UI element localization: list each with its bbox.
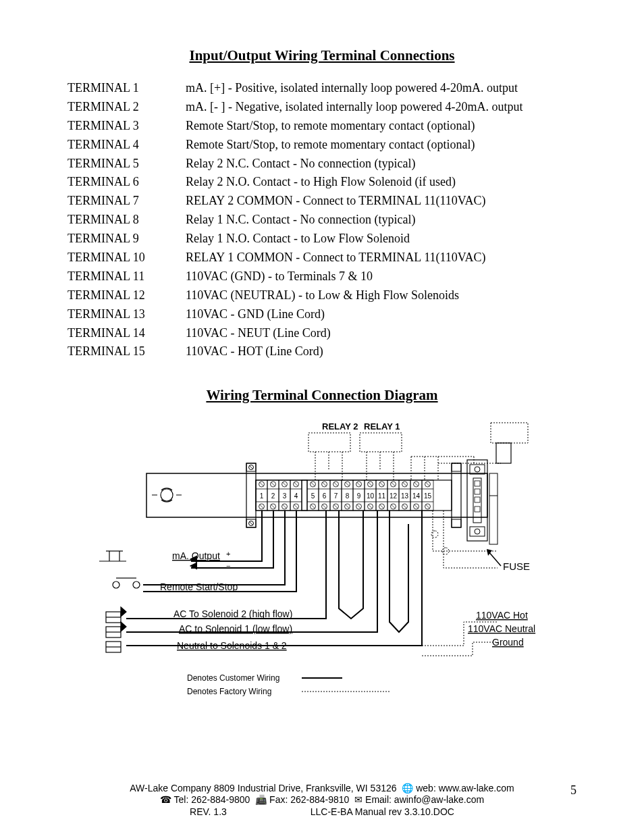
section-title-diagram: Wiring Terminal Connection Diagram	[68, 387, 576, 404]
terminal-desc: RELAY 2 COMMON - Connect to TERMINAL 11(…	[186, 192, 576, 211]
terminal-desc: Relay 2 N.O. Contact - to High Flow Sole…	[186, 173, 576, 192]
svg-line-58	[311, 482, 315, 486]
svg-line-88	[357, 504, 361, 509]
terminal-label: TERMINAL 13	[68, 305, 186, 324]
terminal-label: TERMINAL 1	[68, 79, 186, 98]
legend-factory-label: Denotes Factory Wiring	[187, 687, 271, 696]
hot-label: 110VAC Hot	[476, 610, 528, 621]
terminal-label: TERMINAL 6	[68, 173, 186, 192]
svg-rect-15	[470, 465, 485, 474]
fuse-label: FUSE	[503, 561, 530, 572]
neutral-solenoids-label: Neutral to Solenoids 1 & 2	[177, 640, 287, 651]
svg-line-32	[260, 504, 264, 509]
terminal-row: TERMINAL 14110VAC - NEUT (Line Cord)	[68, 324, 576, 343]
terminal-desc: RELAY 1 COMMON - Connect to TERMINAL 11(…	[186, 249, 576, 267]
terminal-desc: 110VAC (GND) - to Terminals 7 & 10	[186, 267, 576, 286]
terminal-number: 1	[260, 492, 264, 500]
svg-rect-13	[452, 519, 461, 527]
terminal-label: TERMINAL 4	[68, 136, 186, 155]
svg-line-67	[323, 504, 327, 509]
terminal-number: 5	[311, 492, 315, 500]
terminal-desc: Relay 2 N.C. Contact - No connection (ty…	[186, 155, 576, 174]
ac-solenoid2-label: AC To Solenoid 2 (high flow)	[173, 608, 292, 619]
svg-rect-24	[491, 423, 528, 443]
relay2-label: RELAY 2	[322, 421, 358, 432]
svg-line-79	[346, 482, 350, 486]
svg-line-46	[283, 504, 287, 509]
terminal-row: TERMINAL 2mA. [- ] - Negative, isolated …	[68, 98, 576, 117]
svg-point-22	[475, 467, 480, 472]
terminal-number: 12	[390, 492, 398, 500]
svg-line-100	[380, 482, 384, 486]
svg-marker-161	[121, 622, 126, 631]
terminal-desc: Relay 1 N.O. Contact - to Low Flow Solen…	[186, 230, 576, 249]
terminal-number: 7	[334, 492, 338, 500]
relay1-label: RELAY 1	[364, 421, 400, 432]
terminal-row: TERMINAL 5Relay 2 N.C. Contact - No conn…	[68, 155, 576, 174]
svg-rect-18	[475, 481, 480, 486]
terminal-number: 10	[367, 492, 375, 500]
remote-start-stop-label: Remote Start/Stop	[160, 581, 238, 592]
svg-line-166	[488, 551, 501, 566]
svg-line-65	[323, 482, 327, 486]
terminal-desc: 110VAC (NEUTRAL) - to Low & High Flow So…	[186, 286, 576, 305]
svg-rect-20	[475, 497, 480, 502]
svg-line-114	[403, 482, 407, 486]
svg-rect-21	[475, 506, 480, 512]
terminal-label: TERMINAL 14	[68, 324, 186, 343]
svg-rect-16	[470, 527, 485, 536]
svg-line-81	[346, 504, 350, 509]
page-footer: 5 AW-Lake Company 8809 Industrial Drive,…	[0, 783, 644, 818]
terminal-number: 15	[424, 492, 432, 500]
footer-company: AW-Lake Company 8809 Industrial Drive, F…	[130, 783, 396, 793]
neutral-label: 110VAC Neutral	[468, 623, 535, 634]
terminal-label: TERMINAL 9	[68, 230, 186, 249]
terminal-list: TERMINAL 1mA. [+] - Positive, isolated i…	[68, 79, 576, 361]
svg-rect-12	[452, 463, 461, 471]
svg-line-109	[392, 504, 396, 509]
terminal-row: TERMINAL 11110VAC (GND) - to Terminals 7…	[68, 267, 576, 286]
svg-line-116	[403, 504, 407, 509]
terminal-label: TERMINAL 7	[68, 192, 186, 211]
svg-rect-133	[308, 433, 350, 452]
footer-tel: Tel: 262-884-9800	[174, 794, 250, 805]
terminal-row: TERMINAL 13110VAC - GND (Line Cord)	[68, 305, 576, 324]
svg-line-51	[294, 482, 298, 486]
svg-text:−: −	[226, 562, 230, 570]
terminal-number: 6	[323, 492, 327, 500]
terminal-row: TERMINAL 6Relay 2 N.O. Contact - to High…	[68, 173, 576, 192]
svg-line-95	[369, 504, 373, 509]
terminal-label: TERMINAL 10	[68, 249, 186, 267]
terminal-row: TERMINAL 7RELAY 2 COMMON - Connect to TE…	[68, 192, 576, 211]
footer-doc: LLC-E-BA Manual rev 3.3.10.DOC	[311, 806, 454, 817]
terminal-row: TERMINAL 3Remote Start/Stop, to remote m…	[68, 117, 576, 136]
terminal-label: TERMINAL 2	[68, 98, 186, 117]
svg-rect-19	[475, 489, 480, 494]
svg-line-107	[392, 482, 396, 486]
terminal-row: TERMINAL 1mA. [+] - Positive, isolated i…	[68, 79, 576, 98]
svg-line-130	[426, 504, 430, 509]
svg-text:+: +	[226, 550, 230, 558]
legend-customer-label: Denotes Customer Wiring	[187, 673, 279, 683]
terminal-row: TERMINAL 9Relay 1 N.O. Contact - to Low …	[68, 230, 576, 249]
terminal-label: TERMINAL 11	[68, 267, 186, 286]
svg-line-39	[271, 504, 275, 509]
terminal-desc: Relay 1 N.C. Contact - No connection (ty…	[186, 211, 576, 230]
terminal-desc: Remote Start/Stop, to remote momentary c…	[186, 136, 576, 155]
terminal-desc: Remote Start/Stop, to remote momentary c…	[186, 117, 576, 136]
svg-line-93	[369, 482, 373, 486]
svg-rect-10	[302, 480, 307, 511]
svg-line-74	[334, 504, 338, 509]
terminal-row: TERMINAL 8Relay 1 N.C. Contact - No conn…	[68, 211, 576, 230]
terminal-row: TERMINAL 12110VAC (NEUTRAL) - to Low & H…	[68, 286, 576, 305]
svg-marker-158	[121, 607, 126, 617]
svg-line-37	[271, 482, 275, 486]
svg-line-8	[249, 465, 253, 469]
terminal-label: TERMINAL 8	[68, 211, 186, 230]
svg-line-72	[334, 482, 338, 486]
svg-point-154	[133, 581, 140, 588]
terminal-desc: mA. [+] - Positive, isolated internally …	[186, 79, 576, 98]
terminal-desc: mA. [- ] - Negative, isolated internally…	[186, 98, 576, 117]
ac-solenoid1-label: AC to Solenoid 1 (low flow)	[179, 623, 292, 634]
wiring-diagram: 123456789101112131415 RELAY 2 RELAY 1	[68, 416, 576, 713]
